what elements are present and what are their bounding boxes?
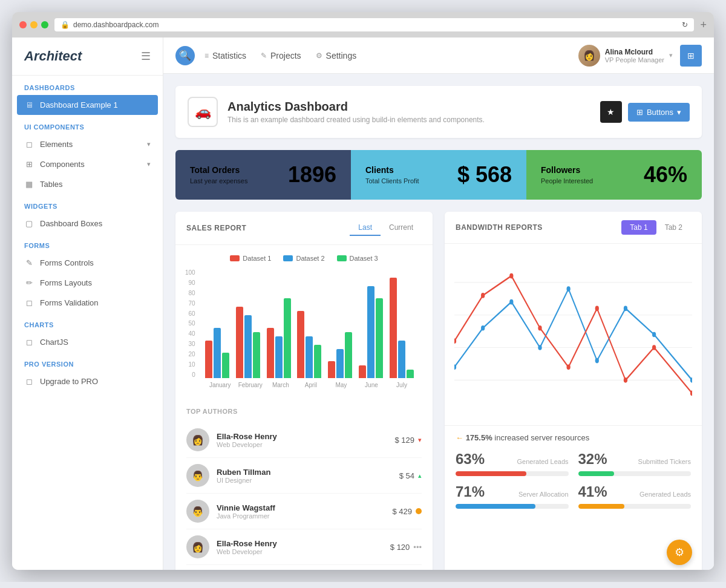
legend-dataset2: Dataset 2 xyxy=(283,255,324,262)
progress-bar xyxy=(456,504,569,509)
sidebar-item-forms-validation[interactable]: ◻ Forms Validation xyxy=(12,293,163,313)
increase-pct: 175.5% xyxy=(466,433,492,442)
bar-month-label: April xyxy=(296,382,326,388)
bandwidth-tab-1[interactable]: Tab 1 xyxy=(621,220,656,235)
stat-card-text: Clients Total Clients Profit xyxy=(365,165,419,185)
bandwidth-title: BANDWIDTH REPORTS xyxy=(456,223,543,232)
nav-item-statistics[interactable]: ≡ Statistics xyxy=(204,51,246,60)
stat-pct: 71% xyxy=(456,483,485,500)
author-amount: $ 429 xyxy=(392,507,422,516)
author-avatar: 👩 xyxy=(186,428,209,451)
progress-bar xyxy=(578,471,692,476)
sidebar-item-label: Dashboard Boxes xyxy=(40,219,102,228)
star-button[interactable]: ★ xyxy=(600,101,622,123)
stat-label: Clients xyxy=(365,165,419,175)
forms-controls-icon: ✎ xyxy=(24,258,34,267)
page-header-text: Analytics Dashboard This is an example d… xyxy=(227,100,485,124)
bandwidth-tab-group: Tab 1 Tab 2 xyxy=(621,220,691,235)
browser-window: 🔒 demo.dashboardpack.com ↻ + Architect ☰… xyxy=(12,12,714,570)
sidebar-item-label: Tables xyxy=(40,180,63,189)
y-label: 10 xyxy=(185,361,195,368)
y-label: 0 xyxy=(185,371,195,378)
more-icon: ••• xyxy=(413,543,422,552)
bar-chart xyxy=(199,269,423,378)
stat-card-clients: Clients Total Clients Profit $ 568 xyxy=(351,150,526,200)
app-container: Architect ☰ DASHBOARDS 🖥 Dashboard Examp… xyxy=(12,38,714,570)
bandwidth-stats: ← 175.5% increased server resources 63% … xyxy=(445,425,702,523)
svg-point-14 xyxy=(481,293,485,298)
url-bar[interactable]: 🔒 demo.dashboardpack.com ↻ xyxy=(54,18,694,31)
main-wrapper: 🔍 ≡ Statistics ✎ Projects ⚙ Settings xyxy=(163,38,714,570)
reload-icon[interactable]: ↻ xyxy=(682,21,688,29)
header-nav: ≡ Statistics ✎ Projects ⚙ Settings xyxy=(204,51,356,60)
stat-value: 1896 xyxy=(288,162,336,188)
stat-pct: 32% xyxy=(578,451,607,468)
bar-dataset1 xyxy=(297,311,304,378)
forms-validation-icon: ◻ xyxy=(24,298,34,307)
projects-icon: ✎ xyxy=(261,51,267,60)
progress-fill xyxy=(456,504,535,509)
y-label: 20 xyxy=(185,351,195,358)
svg-point-10 xyxy=(624,306,627,312)
stat-row-1: 63% Generated Leads 32% xyxy=(456,451,691,476)
sidebar-item-dashboard-example-1[interactable]: 🖥 Dashboard Example 1 xyxy=(17,95,158,115)
author-amount: $ 129 ▾ xyxy=(394,436,422,445)
bar-chart-container: 100 90 80 70 60 50 40 30 20 10 xyxy=(185,269,423,388)
notification-button[interactable]: ⊞ xyxy=(680,45,702,67)
line-chart-svg xyxy=(454,250,692,419)
svg-point-16 xyxy=(538,325,541,331)
bar-dataset1 xyxy=(205,341,212,378)
stat-item-server-allocation: 71% Server Allocation xyxy=(456,483,569,509)
close-dot[interactable] xyxy=(19,21,27,28)
sidebar: Architect ☰ DASHBOARDS 🖥 Dashboard Examp… xyxy=(12,38,163,570)
bar-month-label: May xyxy=(326,382,356,388)
sidebar-item-tables[interactable]: ▦ Tables xyxy=(12,174,163,194)
settings-fab-button[interactable]: ⚙ xyxy=(667,540,692,565)
sidebar-item-upgrade-pro[interactable]: ◻ Upgrade to PRO xyxy=(12,371,163,391)
section-label-ui-components: UI COMPONENTS xyxy=(12,115,163,134)
user-avatar-wrap[interactable]: 👩 Alina Mclourd VP People Manager ▾ xyxy=(578,45,673,67)
header-right: 👩 Alina Mclourd VP People Manager ▾ ⊞ xyxy=(578,45,702,67)
stat-card-text: Followers People Interested xyxy=(541,165,593,185)
bandwidth-tab-2[interactable]: Tab 2 xyxy=(656,220,691,235)
sidebar-item-forms-layouts[interactable]: ✏ Forms Layouts xyxy=(12,273,163,293)
tab-last[interactable]: Last xyxy=(350,220,381,236)
bar-dataset3 xyxy=(222,353,229,378)
bar-dataset2 xyxy=(244,315,252,378)
sidebar-item-elements[interactable]: ◻ Elements ▾ xyxy=(12,134,163,154)
stat-label: Followers xyxy=(541,165,593,175)
boxes-icon: ▢ xyxy=(24,219,34,228)
author-row: 👩 Ella-Rose Henry Web Developer $ 129 ▾ xyxy=(186,422,422,458)
stat-item-label: Generated Leads xyxy=(639,491,691,498)
nav-item-settings[interactable]: ⚙ Settings xyxy=(316,51,357,60)
svg-point-5 xyxy=(481,325,485,331)
new-tab-button[interactable]: + xyxy=(700,19,707,31)
sidebar-item-forms-controls[interactable]: ✎ Forms Controls xyxy=(12,253,163,273)
minimize-dot[interactable] xyxy=(30,21,38,28)
stat-row-2: 71% Server Allocation 41% xyxy=(456,483,691,509)
bar-dataset3 xyxy=(314,345,321,378)
amount-value: $ 54 xyxy=(399,471,414,480)
sidebar-item-dashboard-boxes[interactable]: ▢ Dashboard Boxes xyxy=(12,214,163,234)
bandwidth-chart xyxy=(445,244,702,425)
author-info: Ella-Rose Henry Web Developer xyxy=(217,539,277,555)
sidebar-item-components[interactable]: ⊞ Components ▾ xyxy=(12,154,163,174)
hamburger-menu[interactable]: ☰ xyxy=(141,50,151,63)
search-button[interactable]: 🔍 xyxy=(175,46,195,65)
sidebar-item-chartjs[interactable]: ◻ ChartJS xyxy=(12,332,163,352)
sales-tab-group: Last Current xyxy=(350,220,422,236)
section-label-dashboards: DASHBOARDS xyxy=(12,76,163,95)
author-role: Web Developer xyxy=(217,441,277,448)
stat-item-label: Server Allocation xyxy=(518,491,569,498)
bar-group xyxy=(390,278,417,378)
amount-value: $ 129 xyxy=(394,436,414,445)
tab-current[interactable]: Current xyxy=(381,220,422,236)
maximize-dot[interactable] xyxy=(41,21,48,28)
bar-month-label: February xyxy=(235,382,266,388)
nav-item-projects[interactable]: ✎ Projects xyxy=(261,51,301,60)
bandwidth-card: BANDWIDTH REPORTS Tab 1 Tab 2 xyxy=(445,212,702,570)
buttons-dropdown[interactable]: ⊞ Buttons ▾ xyxy=(628,103,690,122)
chartjs-icon: ◻ xyxy=(24,338,34,347)
bar-dataset2 xyxy=(367,286,374,378)
author-row: 👨 Ruben Tillman UI Designer $ 54 ▴ xyxy=(186,458,422,494)
